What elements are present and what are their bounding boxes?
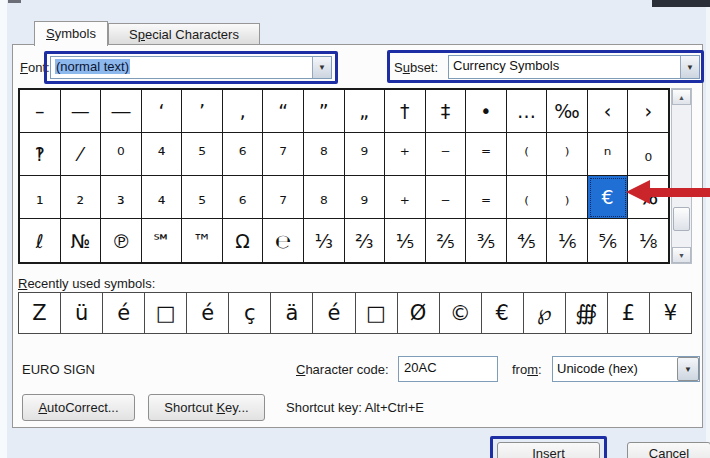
font-dropdown[interactable]: (normal text) ▼: [50, 56, 332, 79]
symbol-cell[interactable]: ⁺: [385, 133, 426, 176]
symbol-cell[interactable]: ⁄: [61, 133, 102, 176]
insert-button[interactable]: Insert: [497, 442, 600, 458]
symbol-cell[interactable]: ―: [101, 90, 142, 133]
recent-symbol-cell[interactable]: ü: [61, 293, 103, 333]
recent-symbol-cell[interactable]: ℘: [524, 293, 566, 333]
tab-symbols[interactable]: Symbols: [34, 21, 108, 46]
symbol-cell[interactable]: ‰: [547, 90, 588, 133]
symbol-cell[interactable]: ⁴: [142, 133, 183, 176]
symbol-cell[interactable]: ₈: [304, 176, 345, 219]
symbol-cell[interactable]: ⅚: [588, 219, 629, 262]
recent-symbol-cell[interactable]: ä: [271, 293, 313, 333]
symbol-cell[interactable]: ₅: [182, 176, 223, 219]
symbol-cell[interactable]: ™: [182, 219, 223, 262]
tab-special-characters[interactable]: Special Characters: [108, 23, 260, 45]
symbol-cell[interactable]: ₆: [223, 176, 264, 219]
shortcut-key-button[interactable]: Shortcut Key...: [148, 394, 265, 421]
symbol-cell[interactable]: ⁸: [304, 133, 345, 176]
symbol-cell[interactable]: ‚: [223, 90, 264, 133]
symbol-cell[interactable]: ⅓: [304, 219, 345, 262]
symbol-cell[interactable]: ₎: [547, 176, 588, 219]
recent-symbol-cell[interactable]: é: [103, 293, 145, 333]
symbol-cell[interactable]: ⁼: [466, 133, 507, 176]
scroll-up-icon[interactable]: ▲: [672, 89, 691, 105]
symbol-dialog: Symbols Special Characters Font: (normal…: [0, 0, 710, 458]
symbol-cell[interactable]: ₊: [385, 176, 426, 219]
recent-symbol-cell[interactable]: €: [482, 293, 524, 333]
symbol-cell[interactable]: ₋: [426, 176, 467, 219]
symbol-cell[interactable]: ‡: [426, 90, 467, 133]
symbol-cell[interactable]: ℠: [142, 219, 183, 262]
symbol-cell[interactable]: •: [466, 90, 507, 133]
symbol-cell[interactable]: ⅖: [426, 219, 467, 262]
chevron-down-icon[interactable]: ▼: [680, 56, 699, 78]
symbol-cell[interactable]: ⅗: [466, 219, 507, 262]
symbol-cell[interactable]: ℓ: [20, 219, 61, 262]
recent-symbol-cell[interactable]: Z: [19, 293, 61, 333]
symbol-cell[interactable]: ‽: [20, 133, 61, 176]
symbol-cell[interactable]: ⁰: [101, 133, 142, 176]
symbol-cell[interactable]: †: [385, 90, 426, 133]
subset-dropdown[interactable]: Currency Symbols ▼: [448, 55, 700, 79]
autocorrect-button[interactable]: AutoCorrect...: [22, 394, 135, 421]
symbol-cell[interactable]: “: [263, 90, 304, 133]
symbol-cell[interactable]: ₁: [20, 176, 61, 219]
symbol-cell[interactable]: ⅙: [547, 219, 588, 262]
symbol-cell[interactable]: ”: [304, 90, 345, 133]
symbol-cell[interactable]: ⅘: [507, 219, 548, 262]
symbol-cell[interactable]: ₀: [628, 133, 668, 176]
symbol-cell[interactable]: …: [507, 90, 548, 133]
symbol-cell[interactable]: ℗: [101, 219, 142, 262]
recent-symbol-cell[interactable]: □: [356, 293, 398, 333]
symbol-cell[interactable]: ₂: [61, 176, 102, 219]
symbol-cell[interactable]: ⁶: [223, 133, 264, 176]
recent-symbol-cell[interactable]: Ø: [398, 293, 440, 333]
symbol-cell[interactable]: ‘: [142, 90, 183, 133]
recent-symbol-cell[interactable]: ©: [440, 293, 482, 333]
symbol-cell[interactable]: ₌: [466, 176, 507, 219]
recent-symbol-cell[interactable]: ¥: [650, 293, 691, 333]
from-dropdown[interactable]: Unicode (hex) ▼: [552, 356, 700, 382]
symbol-cell[interactable]: –: [20, 90, 61, 133]
symbol-cell[interactable]: ₉: [345, 176, 386, 219]
recent-symbol-cell[interactable]: □: [145, 293, 187, 333]
symbol-cell[interactable]: —: [61, 90, 102, 133]
scrollbar-track[interactable]: [672, 105, 691, 247]
symbol-cell[interactable]: ⁷: [263, 133, 304, 176]
symbol-cell[interactable]: ⅛: [628, 219, 668, 262]
character-code-input[interactable]: 20AC: [398, 356, 498, 382]
symbol-cell[interactable]: ⁿ: [588, 133, 629, 176]
symbol-cell[interactable]: ⅕: [385, 219, 426, 262]
recent-symbol-cell[interactable]: ç: [229, 293, 271, 333]
screenshot-edge: [0, 0, 7, 458]
symbol-cell-selected[interactable]: €: [588, 176, 629, 219]
symbol-cell[interactable]: ₄: [142, 176, 183, 219]
symbol-cell[interactable]: Ω: [223, 219, 264, 262]
recent-symbol-cell[interactable]: é: [187, 293, 229, 333]
scroll-down-icon[interactable]: ▼: [672, 247, 691, 263]
shortcut-key-text: Shortcut key: Alt+Ctrl+E: [286, 400, 424, 415]
symbol-cell[interactable]: ⁹: [345, 133, 386, 176]
symbol-cell[interactable]: ⁻: [426, 133, 467, 176]
symbol-cell[interactable]: ⁵: [182, 133, 223, 176]
chevron-down-icon[interactable]: ▼: [312, 57, 331, 78]
recent-symbol-cell[interactable]: £: [608, 293, 650, 333]
cancel-button[interactable]: Cancel: [627, 442, 710, 458]
symbol-cell[interactable]: ⁽: [507, 133, 548, 176]
symbol-cell[interactable]: ⅔: [345, 219, 386, 262]
symbol-cell[interactable]: ›: [628, 90, 668, 133]
symbol-cell[interactable]: ₇: [263, 176, 304, 219]
symbol-cell[interactable]: ₍: [507, 176, 548, 219]
symbol-cell[interactable]: „: [345, 90, 386, 133]
scrollbar-thumb[interactable]: [673, 207, 690, 231]
recent-symbol-cell[interactable]: é: [313, 293, 355, 333]
recent-symbol-cell[interactable]: ∰: [566, 293, 608, 333]
chevron-down-icon[interactable]: ▼: [677, 357, 699, 381]
symbol-cell[interactable]: ⁾: [547, 133, 588, 176]
symbol-cell[interactable]: №: [61, 219, 102, 262]
symbol-cell[interactable]: ’: [182, 90, 223, 133]
symbol-cell[interactable]: ‹: [588, 90, 629, 133]
symbol-cell[interactable]: ₃: [101, 176, 142, 219]
symbol-grid-scrollbar[interactable]: ▲ ▼: [671, 88, 692, 264]
symbol-cell[interactable]: ℮: [263, 219, 304, 262]
